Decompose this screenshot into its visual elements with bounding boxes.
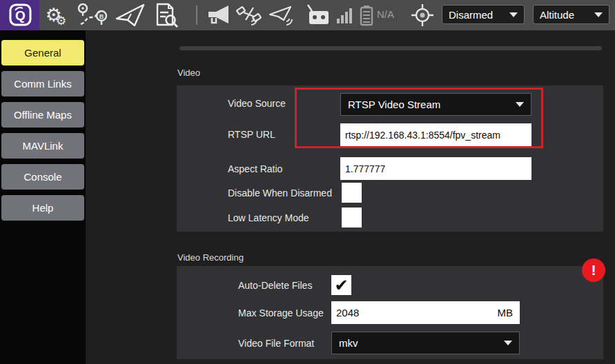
toolbar-separator bbox=[196, 6, 197, 25]
rtsp-url-field-wrap bbox=[340, 123, 531, 146]
video-source-dropdown[interactable]: RTSP Video Stream bbox=[340, 93, 531, 116]
settings-gears-icon[interactable]: ⚙⚙ bbox=[40, 0, 72, 30]
battery-status-text: N/A bbox=[377, 8, 394, 20]
chevron-down-icon bbox=[504, 341, 512, 345]
fly-paper-plane-icon[interactable] bbox=[112, 0, 149, 30]
video-source-label: Video Source bbox=[228, 98, 286, 109]
max-storage-usage-label: Max Storage Usage bbox=[238, 307, 324, 318]
aspect-ratio-field-wrap bbox=[340, 157, 531, 180]
rtsp-url-input[interactable] bbox=[345, 130, 527, 141]
battery-icon[interactable] bbox=[358, 0, 375, 30]
sidebar-item-general[interactable]: General bbox=[1, 40, 84, 65]
top-toolbar: Q ⚙⚙ B bbox=[0, 0, 615, 30]
video-source-value: RTSP Video Stream bbox=[348, 99, 440, 110]
chevron-down-icon bbox=[509, 12, 518, 17]
sidebar-item-console[interactable]: Console bbox=[1, 164, 84, 190]
max-storage-unit: MB bbox=[498, 307, 516, 318]
flight-mode-dropdown[interactable]: Disarmed bbox=[442, 5, 525, 24]
previous-section-panel-edge bbox=[179, 46, 602, 50]
vehicle-messages-megaphone-icon[interactable] bbox=[204, 0, 235, 30]
video-file-format-value: mkv bbox=[339, 337, 358, 349]
auto-delete-files-label: Auto-Delete Files bbox=[238, 280, 312, 291]
aspect-ratio-input[interactable] bbox=[345, 163, 527, 174]
analyze-document-search-icon[interactable] bbox=[149, 0, 184, 30]
svg-text:Q: Q bbox=[15, 8, 26, 23]
gps-satellite-icon[interactable] bbox=[235, 0, 264, 30]
rtsp-url-label: RTSP URL bbox=[228, 129, 275, 140]
flight-mode-value: Disarmed bbox=[449, 9, 493, 21]
qgroundcontrol-settings-screen: Q ⚙⚙ B bbox=[0, 0, 615, 364]
video-section-title: Video bbox=[177, 68, 200, 78]
qgc-logo-button[interactable]: Q bbox=[0, 0, 39, 30]
video-recording-section-title: Video Recording bbox=[177, 252, 244, 263]
chevron-down-icon bbox=[594, 12, 603, 17]
max-storage-field-wrap: MB bbox=[331, 301, 520, 324]
altitude-value: Altitude bbox=[540, 9, 574, 21]
sidebar-item-mavlink[interactable]: MAVLink bbox=[1, 133, 84, 159]
disable-when-disarmed-checkbox[interactable] bbox=[342, 183, 362, 203]
chevron-down-icon bbox=[516, 102, 524, 107]
svg-text:B: B bbox=[99, 13, 104, 20]
sidebar-item-help[interactable]: Help bbox=[1, 195, 84, 221]
qgc-logo-icon: Q bbox=[6, 1, 34, 29]
video-file-format-label: Video File Format bbox=[238, 338, 314, 349]
alert-exclamation-badge: ! bbox=[582, 259, 605, 282]
settings-sidebar: General Comm Links Offline Maps MAVLink … bbox=[0, 30, 86, 364]
plan-route-icon[interactable]: B bbox=[73, 0, 110, 30]
sidebar-item-comm-links[interactable]: Comm Links bbox=[1, 71, 84, 97]
gps-crosshair-icon[interactable] bbox=[407, 0, 438, 30]
disable-when-disarmed-label: Disable When Disarmed bbox=[228, 188, 332, 199]
video-file-format-dropdown[interactable]: mkv bbox=[331, 332, 520, 354]
sidebar-item-offline-maps[interactable]: Offline Maps bbox=[1, 102, 84, 128]
aspect-ratio-label: Aspect Ratio bbox=[228, 163, 282, 174]
altitude-dropdown[interactable]: Altitude bbox=[533, 5, 609, 24]
auto-delete-files-checkbox[interactable]: ✔ bbox=[331, 275, 351, 295]
low-latency-mode-label: Low Latency Mode bbox=[228, 212, 309, 223]
low-latency-mode-checkbox[interactable] bbox=[342, 208, 362, 228]
signal-strength-bars-icon[interactable] bbox=[335, 0, 355, 30]
rc-transmitter-icon[interactable] bbox=[304, 0, 334, 30]
max-storage-input[interactable] bbox=[336, 307, 495, 318]
telemetry-plane-signal-icon[interactable] bbox=[266, 0, 297, 30]
